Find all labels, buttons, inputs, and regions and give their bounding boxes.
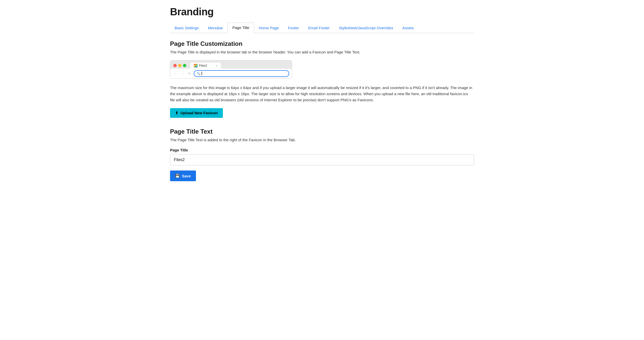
browser-tab: F2 Files2 × (190, 63, 221, 69)
browser-favicon-icon: F2 (194, 64, 197, 67)
tab-home-page[interactable]: Home Page (254, 23, 283, 33)
section1-desc: The Page Title is displayed in the brows… (170, 49, 474, 55)
section2-title: Page Title Text (170, 128, 474, 135)
dot-minimize (178, 64, 181, 67)
upload-icon: ⬆ (175, 111, 178, 115)
browser-tab-area: F2 Files2 × (190, 63, 289, 69)
page-title-input[interactable] (170, 154, 474, 165)
section1-title: Page Title Customization (170, 40, 474, 47)
tab-menubar[interactable]: Menubar (203, 23, 227, 33)
upload-favicon-label: Upload New Favicon (180, 111, 218, 115)
browser-traffic-lights (173, 64, 186, 67)
save-label: Save (182, 174, 191, 178)
browser-tab-title: Files2 (199, 64, 214, 67)
address-bar: 🔍 (194, 70, 289, 77)
tabs-bar: Basic Settings Menubar Page Title Home P… (170, 23, 474, 33)
tab-email-footer[interactable]: Email Footer (304, 23, 334, 33)
save-button[interactable]: 💾 Save (170, 171, 196, 181)
tab-footer[interactable]: Footer (283, 23, 303, 33)
back-icon: ← (173, 71, 178, 76)
browser-toolbar: ← → ↻ 🔍 (170, 69, 292, 78)
tab-stylesheet-overrides[interactable]: Stylesheet/JavaScript Overrides (334, 23, 398, 33)
search-icon: 🔍 (197, 72, 201, 75)
tab-basic-settings[interactable]: Basic Settings (170, 23, 203, 33)
upload-favicon-button[interactable]: ⬆ Upload New Favicon (170, 108, 223, 118)
save-icon: 💾 (175, 174, 180, 178)
page-heading: Branding (170, 6, 474, 18)
tab-page-title[interactable]: Page Title (227, 23, 254, 33)
page-title-field-label: Page Title (170, 148, 474, 152)
page-title-text-section: Page Title Text The Page Title Text is a… (170, 128, 474, 181)
browser-titlebar: F2 Files2 × (170, 61, 292, 69)
favicon-info-text: The maximum size for this image is 64px … (170, 85, 474, 103)
forward-icon: → (180, 71, 186, 76)
cursor (202, 72, 202, 75)
tab-assets[interactable]: Assets (398, 23, 418, 33)
dot-close (173, 64, 177, 67)
dot-maximize (183, 64, 186, 67)
reload-icon: ↻ (187, 71, 192, 76)
browser-mockup: F2 Files2 × ← → ↻ 🔍 (170, 60, 292, 79)
browser-tab-close-icon: × (216, 64, 217, 67)
section2-desc: The Page Title Text is added to the righ… (170, 137, 474, 143)
